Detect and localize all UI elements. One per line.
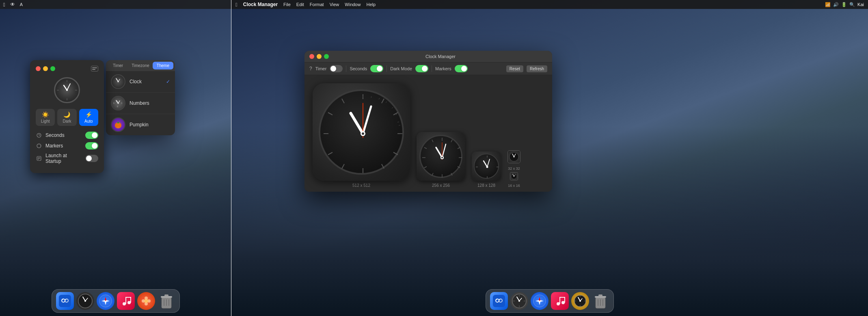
right-dock-clock[interactable] xyxy=(510,292,528,310)
right-dock-safari[interactable] xyxy=(531,292,548,310)
search-icon-mb[interactable]: 🔍 xyxy=(849,2,855,7)
user-name: Kai xyxy=(857,2,864,7)
minimize-button[interactable] xyxy=(43,66,48,71)
reset-button[interactable]: Reset xyxy=(506,65,523,72)
dock-trash[interactable] xyxy=(158,292,175,310)
theme-option-pumpkin[interactable]: Pumpkin xyxy=(106,114,175,135)
dock-music[interactable] xyxy=(117,292,135,310)
tab-timer[interactable]: Timer xyxy=(108,62,128,69)
svg-line-70 xyxy=(393,152,398,155)
menu-file[interactable]: File xyxy=(283,2,291,7)
svg-marker-140 xyxy=(535,300,540,302)
clock-preview-icon xyxy=(111,74,125,89)
seconds-toggle[interactable] xyxy=(85,132,98,139)
svg-line-86 xyxy=(363,106,371,134)
toolbar-sep-3 xyxy=(432,65,432,72)
help-icon[interactable]: ? xyxy=(309,66,312,71)
volume-icon: 🔊 xyxy=(833,2,839,7)
dock-clock[interactable] xyxy=(76,292,94,310)
right-dock-y[interactable] xyxy=(571,292,589,310)
tab-timezone[interactable]: Timezone xyxy=(129,62,152,69)
dock-flower[interactable] xyxy=(137,292,155,310)
menu-view[interactable]: View xyxy=(330,2,339,7)
right-dock-finder[interactable] xyxy=(490,292,508,310)
window-titlebar: Clock Manager xyxy=(304,51,552,63)
traffic-lights xyxy=(36,66,55,71)
svg-line-95 xyxy=(458,147,460,149)
svg-text:6: 6 xyxy=(117,105,118,108)
svg-line-4 xyxy=(64,85,67,90)
window-close[interactable] xyxy=(309,54,314,59)
clock-preview-area: 512 x 512 xyxy=(304,75,552,192)
right-menu-bar:  Clock Manager File Edit Format View Wi… xyxy=(231,0,868,9)
small-clocks-group: 32 x 32 16 x 16 xyxy=(507,150,520,188)
left-popover-window: ☀️ Light 🌙 Dark ⚡ Auto Seconds xyxy=(30,60,104,173)
svg-point-113 xyxy=(486,166,488,168)
seconds-row: Seconds xyxy=(36,132,98,139)
svg-line-99 xyxy=(424,167,427,168)
refresh-button[interactable]: Refresh xyxy=(527,65,547,72)
svg-point-143 xyxy=(561,301,565,304)
maximize-button[interactable] xyxy=(50,66,55,71)
markers-row: Markers xyxy=(36,142,98,149)
toolbar-seconds-label: Seconds xyxy=(350,66,367,71)
svg-text:3: 3 xyxy=(121,102,122,104)
timer-toggle[interactable] xyxy=(330,65,343,72)
svg-rect-50 xyxy=(125,297,126,304)
svg-line-85 xyxy=(351,113,363,134)
svg-line-5 xyxy=(67,84,70,90)
theme-option-clock[interactable]: Clock ✓ xyxy=(106,71,175,93)
close-button[interactable] xyxy=(36,66,41,71)
markers-toggle-toolbar[interactable] xyxy=(455,65,468,72)
menu-format[interactable]: Format xyxy=(310,2,324,7)
clock-32-container xyxy=(507,150,520,163)
window-zoom[interactable] xyxy=(324,54,329,59)
svg-rect-51 xyxy=(130,297,131,303)
clock-128-face xyxy=(474,154,499,179)
left-dock xyxy=(52,289,180,313)
svg-line-77 xyxy=(371,96,371,98)
menu-edit[interactable]: Edit xyxy=(296,2,304,7)
theme-option-numbers[interactable]: 12 9 3 6 Numbers xyxy=(106,93,175,114)
svg-point-48 xyxy=(123,302,126,305)
dock-finder[interactable] xyxy=(56,292,74,310)
menu-help[interactable]: Help xyxy=(366,2,376,7)
right-dock xyxy=(486,289,614,313)
svg-point-127 xyxy=(496,299,497,300)
tab-theme[interactable]: Theme xyxy=(153,62,173,69)
svg-line-75 xyxy=(342,99,344,103)
theme-auto-button[interactable]: ⚡ Auto xyxy=(79,109,98,126)
theme-dark-button[interactable]: 🌙 Dark xyxy=(57,109,76,126)
size-label-256: 256 x 256 xyxy=(432,183,450,188)
svg-marker-46 xyxy=(101,300,106,302)
svg-marker-141 xyxy=(540,300,544,302)
apple-menu[interactable]:  xyxy=(3,2,5,8)
svg-line-81 xyxy=(396,114,397,115)
launch-toggle[interactable] xyxy=(85,155,98,162)
darkmode-toggle[interactable] xyxy=(415,65,428,72)
numbers-option-label: Numbers xyxy=(130,100,170,106)
seconds-icon xyxy=(36,132,42,139)
svg-marker-45 xyxy=(105,301,106,305)
popover-icon[interactable] xyxy=(91,66,98,71)
toolbar-sep-2 xyxy=(386,65,387,72)
clock-256-svg xyxy=(421,136,464,179)
seconds-label: Seconds xyxy=(45,132,82,138)
right-dock-music[interactable] xyxy=(551,292,569,310)
menu-window[interactable]: Window xyxy=(345,2,361,7)
theme-light-label: Light xyxy=(41,119,50,123)
dock-safari[interactable] xyxy=(97,292,114,310)
apple-icon-right[interactable]:  xyxy=(235,2,238,8)
sun-icon: ☀️ xyxy=(42,111,49,118)
seconds-toggle-toolbar[interactable] xyxy=(370,65,383,72)
size-label-128: 128 x 128 xyxy=(477,183,495,188)
clock-512-svg xyxy=(320,91,406,176)
theme-buttons: ☀️ Light 🌙 Dark ⚡ Auto xyxy=(36,109,98,126)
theme-light-button[interactable]: ☀️ Light xyxy=(36,109,55,126)
svg-point-38 xyxy=(65,299,66,300)
window-minimize[interactable] xyxy=(317,54,322,59)
clock-512-container xyxy=(313,83,410,181)
svg-rect-144 xyxy=(559,297,560,304)
right-dock-trash[interactable] xyxy=(592,292,609,310)
markers-toggle[interactable] xyxy=(85,142,98,149)
